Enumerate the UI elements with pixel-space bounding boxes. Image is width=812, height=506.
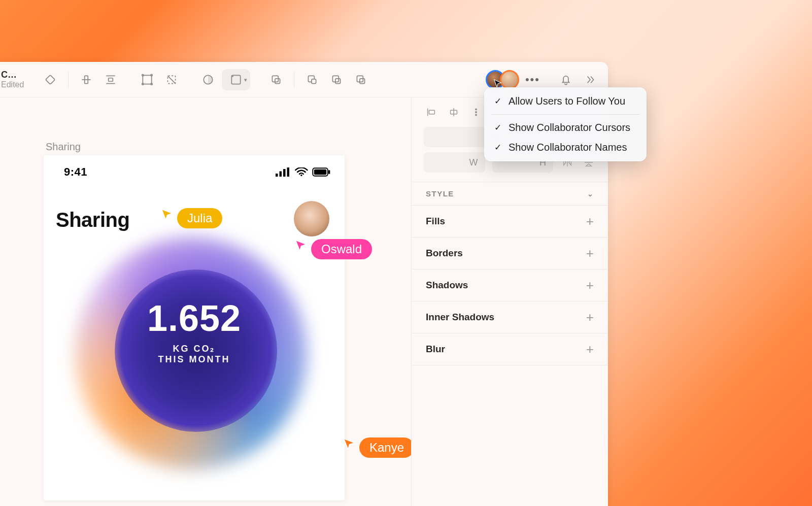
plus-icon[interactable]: + (586, 343, 594, 356)
collab-name-pill: Julia (177, 208, 222, 228)
app-window: C… Edited ▾ ••• (0, 62, 608, 506)
mask-icon[interactable] (197, 69, 219, 90)
metric-block: 1.652 KG CO₂ THIS MONTH (44, 297, 345, 365)
collaboration-dropdown[interactable]: ✓ Allow Users to Follow You ✓ Show Colla… (484, 87, 647, 161)
style-section-header[interactable]: STYLE ⌄ (412, 182, 608, 205)
collab-cursor-kanye: Kanye (342, 437, 414, 458)
svg-rect-19 (312, 79, 316, 83)
phone-artboard[interactable]: 9:41 Sharing 1.652 KG CO₂ THIS MONTH Jul… (44, 155, 345, 500)
align-center-h-icon[interactable] (446, 105, 461, 120)
w-field[interactable]: W (424, 152, 485, 173)
dropdown-item-label: Allow Users to Follow You (509, 95, 625, 107)
svg-rect-21 (335, 78, 341, 83)
svg-point-37 (476, 112, 477, 113)
svg-rect-26 (283, 169, 286, 177)
union-icon[interactable] (265, 69, 287, 90)
wifi-icon (295, 167, 308, 177)
svg-rect-24 (276, 174, 278, 177)
plus-icon[interactable]: + (586, 311, 594, 324)
metric-value: 1.652 (44, 297, 345, 339)
signal-icon (276, 167, 291, 177)
borders-row[interactable]: Borders+ (412, 237, 608, 269)
fills-row[interactable]: Fills+ (412, 205, 608, 237)
subtract-icon[interactable] (301, 69, 323, 90)
edit-path-icon[interactable] (161, 69, 182, 90)
svg-rect-17 (275, 78, 280, 83)
document-title-block: C… Edited (0, 70, 24, 89)
check-icon: ✓ (494, 96, 503, 107)
check-icon: ✓ (494, 142, 503, 153)
dropdown-item-names[interactable]: ✓ Show Collaborator Names (484, 138, 647, 157)
svg-point-36 (476, 109, 477, 110)
chevron-down-icon: ▾ (244, 76, 247, 83)
battery-icon (312, 167, 330, 177)
plus-icon[interactable]: + (586, 215, 594, 228)
dropdown-item-cursors[interactable]: ✓ Show Collaborator Cursors (484, 118, 647, 138)
svg-rect-0 (46, 75, 55, 84)
avatar[interactable] (500, 70, 519, 89)
dropdown-item-follow[interactable]: ✓ Allow Users to Follow You (484, 91, 647, 111)
svg-rect-33 (429, 110, 434, 114)
dropdown-item-label: Show Collaborator Names (509, 142, 627, 153)
artboard-label[interactable]: Sharing (46, 141, 81, 153)
align-left-icon[interactable] (424, 105, 439, 120)
canvas[interactable]: Sharing 9:41 Sharing 1.652 KG CO₂ THIS M… (0, 97, 411, 506)
collaborator-avatars[interactable] (486, 70, 519, 89)
svg-rect-27 (287, 167, 290, 177)
plus-icon[interactable]: + (586, 247, 594, 260)
collab-cursor-oswald: Oswald (294, 239, 372, 259)
diamond-icon[interactable] (40, 69, 61, 90)
svg-rect-6 (143, 75, 151, 84)
document-subtitle: Edited (1, 80, 24, 89)
align-vertical-icon[interactable] (76, 69, 97, 90)
svg-point-15 (232, 76, 233, 77)
group-select-icon[interactable] (137, 69, 158, 90)
collab-cursor-julia: Julia (160, 208, 222, 228)
chevron-down-icon: ⌄ (587, 190, 594, 198)
svg-rect-25 (280, 172, 282, 177)
dropdown-item-label: Show Collaborator Cursors (509, 122, 630, 133)
svg-point-28 (300, 175, 302, 176)
metric-label-1: KG CO₂ (44, 343, 345, 354)
collab-name-pill: Kanye (359, 437, 414, 458)
screen-title: Sharing (56, 209, 129, 231)
svg-rect-5 (109, 78, 113, 81)
profile-avatar (294, 201, 329, 237)
plus-icon[interactable]: + (586, 279, 594, 292)
inner-shadows-row[interactable]: Inner Shadows+ (412, 301, 608, 333)
document-title: C… (1, 70, 24, 80)
distribute-vertical-icon[interactable] (100, 69, 121, 90)
svg-rect-30 (314, 170, 326, 175)
status-time: 9:41 (64, 165, 87, 179)
svg-line-12 (167, 76, 175, 83)
shadows-row[interactable]: Shadows+ (412, 269, 608, 301)
difference-icon[interactable] (350, 69, 371, 90)
check-icon: ✓ (494, 122, 503, 133)
status-bar: 9:41 (44, 155, 345, 179)
blur-row[interactable]: Blur+ (412, 333, 608, 365)
svg-rect-23 (360, 78, 365, 83)
create-symbol-button[interactable]: ▾ (222, 69, 250, 90)
svg-point-38 (476, 114, 477, 116)
more-vertical-icon[interactable] (468, 105, 484, 120)
metric-label-2: THIS MONTH (44, 354, 345, 365)
collab-name-pill: Oswald (311, 239, 372, 259)
more-icon[interactable]: ••• (525, 74, 540, 85)
style-header-label: STYLE (426, 189, 454, 198)
svg-rect-31 (328, 170, 330, 174)
intersect-icon[interactable] (326, 69, 347, 90)
